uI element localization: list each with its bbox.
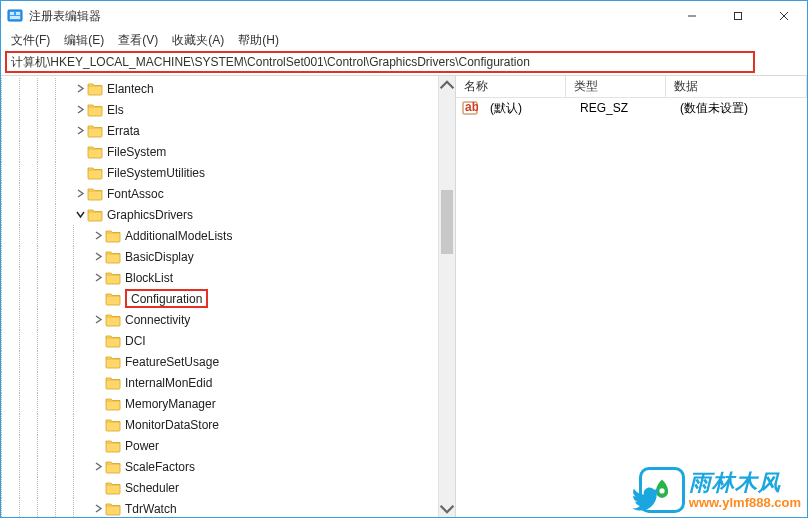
tree-item-label: GraphicsDrivers [107, 208, 193, 222]
svg-point-10 [659, 488, 664, 493]
tree-item-label: AdditionalModeLists [125, 229, 232, 243]
tree-item[interactable]: ScaleFactors [1, 456, 455, 477]
watermark-badge-icon [639, 467, 685, 513]
value-name: (默认) [482, 100, 572, 117]
tree-item[interactable]: Elantech [1, 78, 455, 99]
folder-icon [105, 271, 121, 285]
tree-item[interactable]: Configuration [1, 288, 455, 309]
tree-item-label: Power [125, 439, 159, 453]
chevron-right-icon[interactable] [91, 252, 105, 261]
tree-item[interactable]: Scheduler [1, 477, 455, 498]
close-button[interactable] [761, 1, 807, 31]
tree-item-label: Connectivity [125, 313, 190, 327]
tree-item[interactable]: DCI [1, 330, 455, 351]
chevron-right-icon[interactable] [73, 105, 87, 114]
folder-icon [105, 439, 121, 453]
folder-icon [105, 334, 121, 348]
tree-item[interactable]: BasicDisplay [1, 246, 455, 267]
tree-item[interactable]: Connectivity [1, 309, 455, 330]
tree-item-label: MemoryManager [125, 397, 216, 411]
chevron-right-icon[interactable] [91, 315, 105, 324]
folder-icon [105, 502, 121, 516]
titlebar: 注册表编辑器 [1, 1, 807, 31]
address-text: 计算机\HKEY_LOCAL_MACHINE\SYSTEM\ControlSet… [11, 54, 530, 71]
tree-item-label: InternalMonEdid [125, 376, 212, 390]
tree-item[interactable]: Els [1, 99, 455, 120]
tree-item[interactable]: MonitorDataStore [1, 414, 455, 435]
folder-icon [105, 418, 121, 432]
tree-item[interactable]: BlockList [1, 267, 455, 288]
tree-item-label: ScaleFactors [125, 460, 195, 474]
chevron-right-icon[interactable] [73, 126, 87, 135]
tree-item[interactable]: FontAssoc [1, 183, 455, 204]
chevron-right-icon[interactable] [73, 189, 87, 198]
folder-icon [87, 208, 103, 222]
folder-icon [105, 481, 121, 495]
watermark-url: www.ylmf888.com [689, 496, 801, 509]
menu-view[interactable]: 查看(V) [112, 30, 164, 51]
folder-icon [105, 292, 121, 306]
watermark-name: 雨林木风 [689, 472, 801, 494]
tree-item-label: FileSystem [107, 145, 166, 159]
svg-rect-0 [8, 10, 22, 21]
chevron-down-icon[interactable] [73, 210, 87, 219]
folder-icon [87, 124, 103, 138]
value-type: REG_SZ [572, 101, 672, 115]
address-bar[interactable]: 计算机\HKEY_LOCAL_MACHINE\SYSTEM\ControlSet… [5, 51, 755, 73]
col-type[interactable]: 类型 [566, 76, 666, 97]
tree-item-label: FontAssoc [107, 187, 164, 201]
tree-item-label: MonitorDataStore [125, 418, 219, 432]
folder-icon [105, 250, 121, 264]
tree-item-label: DCI [125, 334, 146, 348]
tree-item[interactable]: Power [1, 435, 455, 456]
menu-help[interactable]: 帮助(H) [232, 30, 285, 51]
svg-rect-2 [16, 12, 20, 15]
tree-pane: ElantechElsErrataFileSystemFileSystemUti… [1, 76, 456, 517]
menu-edit[interactable]: 编辑(E) [58, 30, 110, 51]
chevron-right-icon[interactable] [91, 504, 105, 513]
string-value-icon: ab [462, 100, 478, 116]
col-data[interactable]: 数据 [666, 76, 807, 97]
chevron-right-icon[interactable] [91, 231, 105, 240]
tree-item-label: Configuration [125, 289, 208, 308]
folder-icon [105, 460, 121, 474]
list-header: 名称 类型 数据 [456, 76, 807, 98]
scroll-up-icon[interactable] [439, 76, 455, 93]
folder-icon [105, 397, 121, 411]
tree-item-label: Elantech [107, 82, 154, 96]
tree-item[interactable]: FeatureSetUsage [1, 351, 455, 372]
tree-item[interactable]: AdditionalModeLists [1, 225, 455, 246]
svg-rect-3 [10, 16, 20, 19]
tree-item-label: BasicDisplay [125, 250, 194, 264]
tree-item[interactable]: Errata [1, 120, 455, 141]
tree-item[interactable]: MemoryManager [1, 393, 455, 414]
tree-item[interactable]: GraphicsDrivers [1, 204, 455, 225]
tree-item-label: BlockList [125, 271, 173, 285]
tree-item-label: FileSystemUtilities [107, 166, 205, 180]
list-pane: 名称 类型 数据 ab(默认)REG_SZ(数值未设置) [456, 76, 807, 517]
col-name[interactable]: 名称 [456, 76, 566, 97]
tree-item-label: Scheduler [125, 481, 179, 495]
scroll-down-icon[interactable] [439, 500, 455, 517]
tree-item[interactable]: FileSystem [1, 141, 455, 162]
folder-icon [105, 229, 121, 243]
menu-file[interactable]: 文件(F) [5, 30, 56, 51]
folder-icon [105, 313, 121, 327]
folder-icon [87, 82, 103, 96]
folder-icon [87, 166, 103, 180]
folder-icon [87, 145, 103, 159]
value-data: (数值未设置) [672, 100, 807, 117]
tree-item[interactable]: TdrWatch [1, 498, 455, 517]
minimize-button[interactable] [669, 1, 715, 31]
window-title: 注册表编辑器 [29, 8, 101, 25]
menu-favorites[interactable]: 收藏夹(A) [166, 30, 230, 51]
maximize-button[interactable] [715, 1, 761, 31]
chevron-right-icon[interactable] [91, 462, 105, 471]
chevron-right-icon[interactable] [73, 84, 87, 93]
chevron-right-icon[interactable] [91, 273, 105, 282]
scroll-thumb[interactable] [441, 190, 453, 254]
tree-item[interactable]: InternalMonEdid [1, 372, 455, 393]
tree-scrollbar[interactable] [438, 76, 455, 517]
list-row[interactable]: ab(默认)REG_SZ(数值未设置) [456, 98, 807, 118]
tree-item[interactable]: FileSystemUtilities [1, 162, 455, 183]
